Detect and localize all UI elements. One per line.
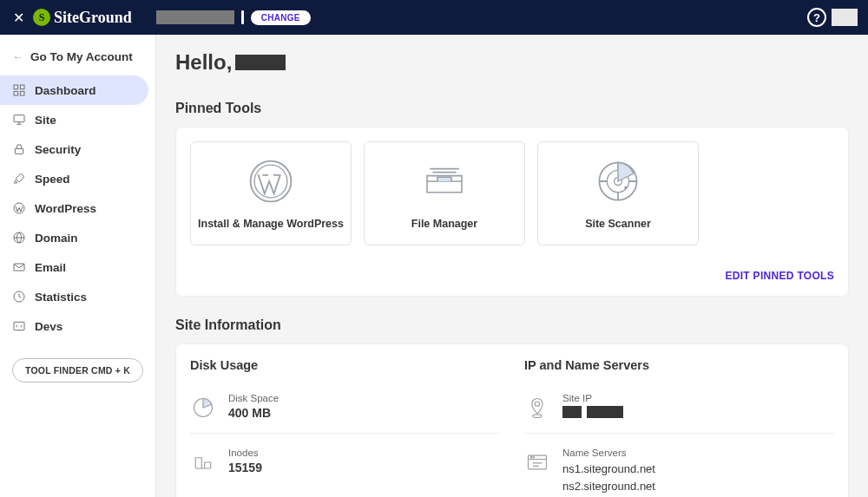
avatar[interactable]: [832, 9, 858, 26]
svg-rect-0: [14, 85, 18, 89]
sidebar-item-label: Domain: [35, 232, 78, 245]
pinned-tool-wordpress[interactable]: Install & Manage WordPress: [190, 141, 352, 245]
sidebar-item-label: WordPress: [35, 202, 96, 215]
radar-icon: [594, 157, 642, 206]
rocket-icon: [12, 172, 26, 186]
sidebar-item-wordpress[interactable]: WordPress: [0, 193, 148, 223]
pie-chart-icon: [190, 395, 216, 421]
inodes-label: Inodes: [228, 448, 262, 458]
sidebar-item-speed[interactable]: Speed: [0, 164, 148, 193]
globe-icon: [12, 231, 26, 245]
sidebar-item-statistics[interactable]: Statistics: [0, 282, 148, 311]
svg-point-18: [535, 402, 539, 406]
main-content: Hello, Pinned Tools Install & Manage Wor…: [156, 35, 868, 497]
ns1-value: ns1.siteground.net: [562, 461, 655, 478]
top-bar: ✕ S SiteGround CHANGE ?: [0, 0, 868, 35]
svg-point-21: [530, 457, 531, 458]
divider: [241, 10, 244, 24]
disk-space-value: 400 MB: [228, 406, 279, 420]
site-information-card: Disk Usage Disk Space 400 MB: [175, 343, 849, 497]
pinned-tool-label: File Manager: [411, 218, 477, 230]
sidebar: ← Go To My Account Dashboard Site Securi…: [0, 35, 156, 497]
pinned-tools-card: Install & Manage WordPress File Manager …: [175, 127, 849, 297]
location-pin-icon: [524, 395, 550, 421]
edit-pinned-tools-link[interactable]: EDIT PINNED TOOLS: [190, 270, 834, 282]
filemanager-icon: [420, 157, 469, 206]
sidebar-item-label: Site: [35, 114, 56, 127]
site-name-placeholder: [156, 10, 234, 24]
sidebar-item-email[interactable]: Email: [0, 252, 148, 282]
greeting-user-placeholder: [235, 55, 286, 70]
mail-icon: [12, 260, 26, 274]
change-site-button[interactable]: CHANGE: [251, 10, 311, 25]
disk-usage-column: Disk Usage Disk Space 400 MB: [190, 358, 500, 497]
disk-usage-title: Disk Usage: [190, 358, 500, 372]
greeting-prefix: Hello,: [175, 50, 232, 75]
disk-space-label: Disk Space: [228, 393, 279, 403]
sidebar-item-label: Dashboard: [35, 84, 96, 97]
svg-point-22: [533, 457, 534, 458]
sidebar-item-label: Devs: [35, 320, 62, 333]
ip-ns-column: IP and Name Servers Site IP: [524, 358, 834, 497]
svg-point-19: [533, 415, 542, 418]
sidebar-item-dashboard[interactable]: Dashboard: [0, 75, 148, 105]
site-ip-row: Site IP: [524, 388, 834, 434]
svg-point-12: [254, 165, 287, 198]
svg-rect-4: [14, 115, 24, 122]
inodes-icon: [190, 449, 216, 475]
monitor-icon: [12, 113, 26, 127]
pinned-tool-label: Site Scanner: [585, 218, 651, 230]
back-label: Go To My Account: [30, 50, 133, 63]
page-title: Hello,: [175, 50, 849, 75]
svg-rect-8: [14, 264, 24, 271]
browser-icon: [524, 449, 550, 475]
svg-rect-2: [14, 91, 18, 95]
inodes-value: 15159: [228, 461, 262, 474]
close-icon[interactable]: ✕: [10, 10, 26, 26]
pinned-tools-title: Pinned Tools: [175, 101, 849, 116]
sidebar-item-label: Statistics: [35, 291, 87, 304]
sidebar-item-label: Security: [35, 143, 81, 156]
wordpress-large-icon: [247, 157, 295, 206]
site-selector: CHANGE: [156, 10, 311, 25]
sidebar-item-domain[interactable]: Domain: [0, 223, 148, 252]
ns2-value: ns2.siteground.net: [562, 478, 655, 495]
brand-logo-icon: S: [33, 9, 50, 26]
brand[interactable]: S SiteGround: [33, 9, 132, 27]
disk-space-row: Disk Space 400 MB: [190, 388, 500, 434]
name-servers-row: Name Servers ns1.siteground.net ns2.site…: [524, 442, 834, 497]
arrow-left-icon: ←: [12, 50, 23, 63]
svg-point-16: [624, 186, 628, 189]
grid-icon: [12, 83, 26, 97]
wordpress-icon: [12, 201, 26, 215]
svg-rect-1: [20, 85, 24, 89]
sidebar-item-label: Email: [35, 261, 66, 274]
sidebar-item-security[interactable]: Security: [0, 134, 148, 164]
pinned-tool-sitescanner[interactable]: Site Scanner: [537, 141, 699, 245]
clock-icon: [12, 290, 26, 304]
sidebar-item-devs[interactable]: Devs: [0, 311, 148, 341]
site-ip-value: [562, 406, 623, 418]
help-icon[interactable]: ?: [807, 8, 826, 27]
lock-icon: [12, 142, 26, 156]
pinned-tool-label: Install & Manage WordPress: [198, 218, 344, 230]
site-ip-label: Site IP: [562, 393, 623, 403]
svg-rect-10: [14, 322, 24, 330]
site-information-title: Site Information: [175, 317, 849, 333]
back-to-account-link[interactable]: ← Go To My Account: [0, 43, 155, 75]
name-servers-label: Name Servers: [562, 448, 655, 458]
brand-name: SiteGround: [54, 9, 132, 27]
code-icon: [12, 319, 26, 333]
ip-ns-title: IP and Name Servers: [524, 358, 834, 372]
inodes-row: Inodes 15159: [190, 442, 500, 487]
sidebar-item-label: Speed: [35, 173, 70, 186]
pinned-tool-filemanager[interactable]: File Manager: [364, 141, 525, 245]
svg-point-11: [251, 161, 292, 202]
sidebar-item-site[interactable]: Site: [0, 105, 148, 134]
svg-rect-3: [20, 91, 24, 95]
tool-finder-button[interactable]: TOOL FINDER CMD + K: [12, 358, 143, 383]
svg-rect-5: [15, 148, 23, 154]
